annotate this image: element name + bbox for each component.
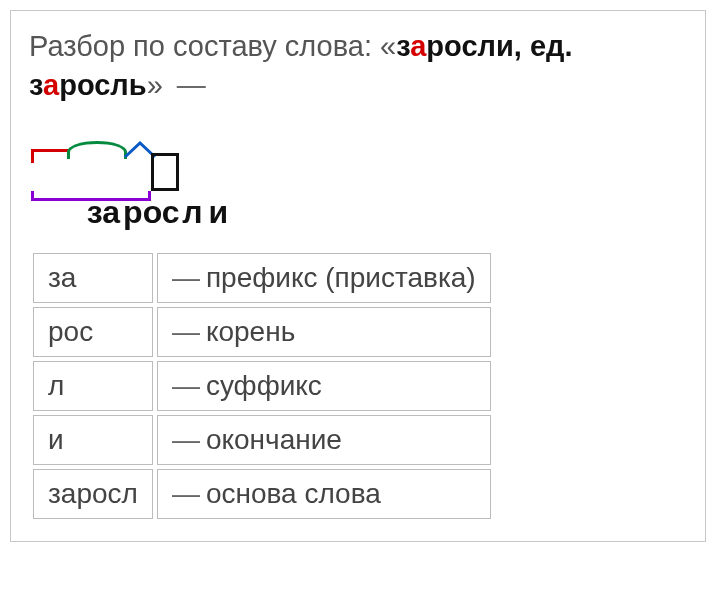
desc-text: суффикс [206, 370, 322, 401]
morph-cell: заросл [33, 469, 153, 519]
word1-part2: росли [426, 30, 513, 62]
desc-text: окончание [206, 424, 342, 455]
word2-stress: а [43, 69, 59, 101]
diagram-root: рос [122, 194, 180, 231]
diagram-suffix: л [180, 194, 204, 231]
word-sep: , ед. [514, 30, 573, 62]
table-row: рос —корень [33, 307, 491, 357]
morph-cell: и [33, 415, 153, 465]
desc-cell: —корень [157, 307, 491, 357]
mdash: — [172, 424, 206, 455]
mdash: — [172, 316, 206, 347]
desc-text: корень [206, 316, 295, 347]
desc-text: префикс (приставка) [206, 262, 476, 293]
heading: Разбор по составу слова: «заросли, ед. з… [29, 27, 687, 105]
morpheme-diagram: заросли [31, 135, 232, 195]
morph-cell: л [33, 361, 153, 411]
analysis-card: Разбор по составу слова: «заросли, ед. з… [10, 10, 706, 542]
table-row: заросл —основа слова [33, 469, 491, 519]
heading-text-1: Разбор по составу слова: « [29, 30, 396, 62]
desc-cell: —окончание [157, 415, 491, 465]
morpheme-table: за —префикс (приставка) рос —корень л —с… [29, 249, 495, 523]
word1-part1: з [396, 30, 410, 62]
diagram-prefix: за [84, 194, 122, 231]
mdash: — [172, 478, 206, 509]
heading-dash: — [171, 69, 206, 101]
heading-text-2: » [147, 69, 171, 101]
word2-part2: росль [59, 69, 146, 101]
desc-cell: —суффикс [157, 361, 491, 411]
table-row: и —окончание [33, 415, 491, 465]
diagram-ending: и [204, 194, 232, 231]
word2-part1: з [29, 69, 43, 101]
table-row: л —суффикс [33, 361, 491, 411]
word1-stress: а [410, 30, 426, 62]
mdash: — [172, 370, 206, 401]
morph-cell: рос [33, 307, 153, 357]
desc-text: основа слова [206, 478, 381, 509]
desc-cell: —основа слова [157, 469, 491, 519]
